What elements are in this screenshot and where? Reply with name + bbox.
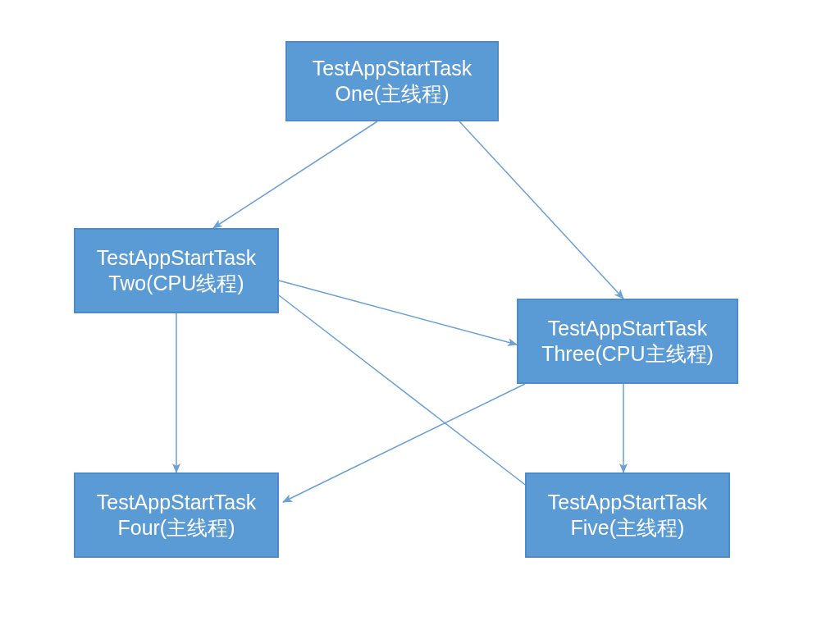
node-four-line2: Four(主线程) (117, 515, 235, 541)
node-five-line1: TestAppStartTask (548, 490, 708, 515)
node-five: TestAppStartTask Five(主线程) (525, 472, 730, 558)
node-three: TestAppStartTask Three(CPU主线程) (517, 299, 738, 384)
node-two: TestAppStartTask Two(CPU线程) (74, 228, 279, 313)
diagram-canvas: TestAppStartTask One(主线程) TestAppStartTa… (0, 0, 840, 630)
node-two-line1: TestAppStartTask (97, 245, 257, 271)
edge-two-three (279, 281, 517, 345)
edge-three-four (283, 384, 525, 502)
node-one-line2: One(主线程) (336, 81, 450, 107)
node-five-line2: Five(主线程) (571, 515, 685, 541)
edge-one-two (213, 121, 377, 228)
node-two-line2: Two(CPU线程) (108, 271, 244, 296)
node-four: TestAppStartTask Four(主线程) (74, 472, 279, 558)
node-one-line1: TestAppStartTask (313, 56, 472, 81)
node-one: TestAppStartTask One(主线程) (285, 41, 499, 121)
edge-one-three (459, 121, 623, 299)
node-four-line1: TestAppStartTask (97, 490, 257, 515)
node-three-line1: TestAppStartTask (548, 316, 708, 341)
node-three-line2: Three(CPU主线程) (541, 341, 714, 367)
edge-two-five (279, 295, 546, 500)
